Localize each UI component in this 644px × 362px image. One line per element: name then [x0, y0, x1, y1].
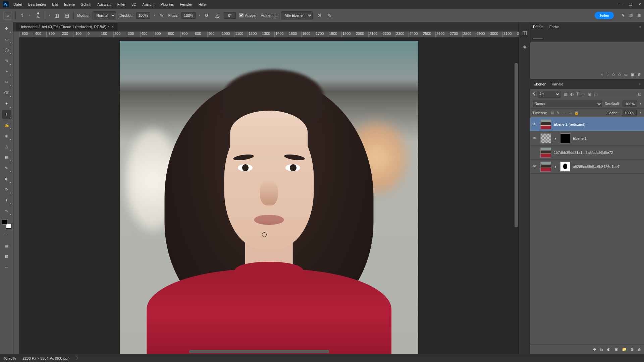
- fill-input[interactable]: [622, 110, 637, 116]
- tool-16[interactable]: T: [2, 196, 11, 204]
- layer-name[interactable]: 1b7dbb39dd21a1...8a5fcda93d5e72: [554, 150, 613, 155]
- filter-icon-0[interactable]: ▦: [564, 92, 568, 97]
- canvas[interactable]: [19, 38, 519, 354]
- menu-ansicht[interactable]: Ansicht: [142, 2, 154, 6]
- layer-row[interactable]: 👁⏵Ebene 1: [530, 131, 644, 145]
- tool-8[interactable]: ⚕: [2, 110, 11, 119]
- layer-name[interactable]: Ebene 1: [573, 136, 587, 140]
- layer-action-6[interactable]: 🗑: [638, 348, 641, 352]
- lock-icon-1[interactable]: ✎: [556, 111, 559, 115]
- extra-tool-2[interactable]: ⊡: [2, 252, 11, 261]
- tab-channels[interactable]: Kanäle: [552, 82, 563, 86]
- layer-action-4[interactable]: 📁: [622, 347, 627, 352]
- share-button[interactable]: Teilen: [595, 12, 614, 19]
- visibility-icon[interactable]: 👁: [532, 164, 538, 169]
- tool-1[interactable]: ▭: [2, 35, 11, 44]
- filter-icon-2[interactable]: T: [576, 92, 579, 97]
- close-tab-icon[interactable]: ×: [112, 24, 114, 29]
- pressure-size-icon[interactable]: ✎: [326, 12, 333, 19]
- layer-action-5[interactable]: ⊞: [631, 347, 634, 352]
- layers-menu-icon[interactable]: ≡: [639, 82, 641, 86]
- tool-9[interactable]: ✍: [2, 121, 11, 129]
- blend-mode-select[interactable]: Normal: [93, 11, 116, 19]
- tool-17[interactable]: ↖: [2, 206, 11, 215]
- tool-0[interactable]: ✥: [2, 24, 11, 33]
- visibility-icon[interactable]: 👁: [532, 122, 538, 127]
- paths-action-1[interactable]: ○: [606, 72, 609, 77]
- menu-bild[interactable]: Bild: [52, 2, 58, 6]
- flow-input[interactable]: [181, 12, 196, 19]
- tool-12[interactable]: ▤: [2, 153, 11, 162]
- menu-ebene[interactable]: Ebene: [64, 2, 75, 6]
- collapsed-panel-1[interactable]: ◈: [521, 43, 529, 51]
- tool-13[interactable]: ✎: [2, 164, 11, 172]
- tool-5[interactable]: ✂: [2, 78, 11, 86]
- layer-filter-select[interactable]: Art: [538, 91, 560, 98]
- opacity-input[interactable]: [136, 12, 150, 19]
- layer-row[interactable]: 👁⏵a6285cc5fb8...6b8426d1be7: [530, 160, 644, 174]
- brush-settings-icon[interactable]: ▤: [63, 12, 70, 19]
- layer-row[interactable]: 👁Ebene 1 (reduziert): [530, 117, 644, 131]
- angle-input[interactable]: [224, 12, 236, 19]
- menu-plug-ins[interactable]: Plug-ins: [160, 2, 174, 6]
- mask-thumb[interactable]: [560, 133, 570, 143]
- layer-name[interactable]: Ebene 1 (reduziert): [554, 122, 585, 126]
- tool-7[interactable]: ✦: [2, 99, 11, 108]
- ignore-adj-icon[interactable]: ⊘: [316, 12, 323, 19]
- link-icon[interactable]: ⏵: [554, 136, 557, 140]
- layer-action-2[interactable]: ◐: [607, 347, 610, 352]
- zoom-value[interactable]: 40.73%: [3, 356, 16, 360]
- lock-icon-3[interactable]: ⊞: [569, 111, 572, 115]
- sample-select[interactable]: Alle Ebenen: [281, 11, 313, 19]
- tool-6[interactable]: ⌫: [2, 88, 11, 97]
- visibility-icon[interactable]: 👁: [532, 136, 538, 141]
- paths-action-5[interactable]: ▣: [631, 72, 634, 77]
- menu-3d[interactable]: 3D: [131, 2, 136, 6]
- menu-fenster[interactable]: Fenster: [180, 2, 192, 6]
- collapsed-panel-0[interactable]: ◫: [521, 29, 529, 37]
- menu-datei[interactable]: Datei: [13, 2, 22, 6]
- filter-toggle-icon[interactable]: ⊡: [638, 92, 641, 97]
- layer-opacity-input[interactable]: [623, 101, 637, 107]
- menu-schrift[interactable]: Schrift: [81, 2, 91, 6]
- layer-thumb[interactable]: [540, 147, 551, 158]
- home-button[interactable]: ⌂: [3, 11, 12, 20]
- link-icon[interactable]: ⏵: [554, 165, 557, 169]
- layer-thumb[interactable]: [540, 119, 551, 129]
- layer-action-3[interactable]: ▣: [614, 347, 618, 352]
- layer-action-0[interactable]: ⊖: [593, 347, 596, 352]
- paths-action-0[interactable]: ○: [601, 72, 603, 77]
- filter-icon-4[interactable]: ▣: [588, 92, 591, 97]
- paths-action-4[interactable]: ▭: [624, 72, 628, 77]
- lock-icon-0[interactable]: ▦: [550, 111, 554, 115]
- brush-preview[interactable]: 41: [34, 11, 45, 20]
- layer-thumb[interactable]: [540, 133, 551, 143]
- tool-4[interactable]: ⌖: [2, 67, 11, 76]
- extra-tool-3[interactable]: ↔: [2, 263, 11, 272]
- mask-thumb[interactable]: [560, 162, 570, 172]
- lock-icon-2[interactable]: ↔: [562, 111, 566, 115]
- tool-2[interactable]: ◯: [2, 46, 11, 54]
- airbrush-icon[interactable]: ⟳: [204, 12, 210, 19]
- color-swatch[interactable]: [2, 219, 11, 229]
- paths-action-2[interactable]: ◇: [612, 72, 615, 77]
- layer-row[interactable]: 1b7dbb39dd21a1...8a5fcda93d5e72: [530, 145, 644, 160]
- filter-icon-3[interactable]: ▭: [581, 92, 585, 97]
- tool-10[interactable]: ◉: [2, 131, 11, 140]
- tool-15[interactable]: ⟳: [2, 185, 11, 194]
- paths-action-6[interactable]: 🗑: [638, 72, 641, 77]
- menu-bearbeiten[interactable]: Bearbeiten: [28, 2, 46, 6]
- tool-preset-icon[interactable]: ⚕: [19, 12, 26, 19]
- brush-panel-icon[interactable]: ▥: [53, 12, 60, 19]
- tool-3[interactable]: ✎: [2, 56, 11, 65]
- layer-action-1[interactable]: fx: [600, 348, 603, 352]
- menu-hilfe[interactable]: Hilfe: [198, 2, 206, 6]
- paths-action-3[interactable]: ◇: [618, 72, 621, 77]
- document-tab[interactable]: Unbenannt-1 bei 40,7% (Ebene 1 (reduzier…: [16, 23, 117, 31]
- layer-thumb[interactable]: [540, 162, 551, 172]
- lock-icon-4[interactable]: 🔒: [574, 111, 579, 115]
- menu-filter[interactable]: Filter: [117, 2, 125, 6]
- tool-11[interactable]: △: [2, 142, 11, 151]
- filter-icon-5[interactable]: ⬚: [594, 92, 598, 97]
- arrange-icon[interactable]: ▦: [637, 13, 641, 17]
